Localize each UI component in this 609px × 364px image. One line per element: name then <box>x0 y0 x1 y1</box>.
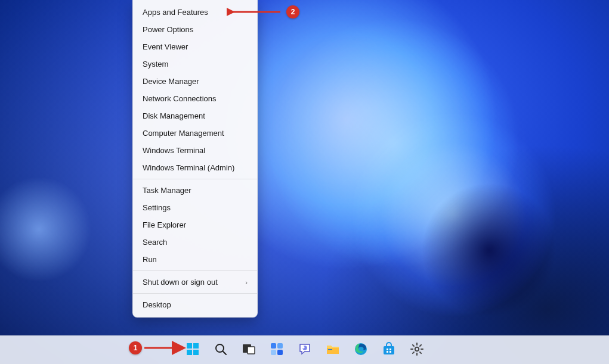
taskbar-task-view-button[interactable] <box>237 338 261 362</box>
svg-rect-22 <box>389 351 391 353</box>
search-icon <box>214 342 228 359</box>
store-icon <box>382 342 396 359</box>
start-icon <box>186 342 200 359</box>
svg-rect-2 <box>193 343 199 349</box>
taskbar-widgets-button[interactable] <box>265 338 289 362</box>
menu-item-label: Event Viewer <box>143 42 188 51</box>
winx-menu: Apps and FeaturesPower OptionsEvent View… <box>132 0 258 318</box>
menu-item-computer-management[interactable]: Computer Management <box>133 125 257 142</box>
menu-item-task-manager[interactable]: Task Manager <box>133 182 257 199</box>
settings-icon <box>410 342 424 359</box>
menu-item-label: Settings <box>143 203 171 212</box>
svg-point-23 <box>415 347 418 350</box>
menu-item-windows-terminal[interactable]: Windows Terminal <box>133 142 257 159</box>
taskbar-edge-button[interactable] <box>349 338 373 362</box>
svg-point-14 <box>302 346 304 349</box>
chevron-right-icon: › <box>245 279 248 286</box>
menu-item-label: Apps and Features <box>143 8 208 17</box>
menu-item-label: Task Manager <box>143 186 191 195</box>
svg-rect-1 <box>187 343 192 349</box>
menu-item-label: Disk Management <box>143 111 205 120</box>
svg-rect-19 <box>387 349 388 350</box>
edge-icon <box>354 342 368 359</box>
taskbar-search-button[interactable] <box>209 338 233 362</box>
task-view-icon <box>242 342 256 359</box>
menu-item-label: Search <box>143 238 167 247</box>
menu-item-power-options[interactable]: Power Options <box>133 21 257 38</box>
svg-rect-8 <box>248 347 255 354</box>
menu-item-label: Computer Management <box>143 129 224 138</box>
svg-rect-15 <box>327 348 339 354</box>
svg-line-6 <box>222 351 226 354</box>
menu-item-settings[interactable]: Settings <box>133 199 257 216</box>
menu-item-label: Device Manager <box>143 77 199 86</box>
menu-item-shut-down-or-sign-out[interactable]: Shut down or sign out› <box>133 273 257 291</box>
menu-item-event-viewer[interactable]: Event Viewer <box>133 38 257 55</box>
menu-item-label: Desktop <box>143 300 171 309</box>
svg-rect-11 <box>271 350 276 355</box>
chat-icon <box>298 342 312 359</box>
file-explorer-icon <box>326 342 340 359</box>
menu-item-system[interactable]: System <box>133 55 257 73</box>
taskbar-file-explorer-button[interactable] <box>321 338 345 362</box>
menu-item-file-explorer[interactable]: File Explorer <box>133 216 257 234</box>
menu-item-label: System <box>143 60 168 69</box>
menu-item-run[interactable]: Run <box>133 251 257 268</box>
taskbar-chat-button[interactable] <box>293 338 317 362</box>
svg-rect-9 <box>271 343 276 349</box>
svg-rect-16 <box>328 349 332 350</box>
svg-rect-21 <box>387 351 388 353</box>
menu-item-windows-terminal-admin[interactable]: Windows Terminal (Admin) <box>133 159 257 176</box>
desktop-wallpaper <box>0 0 609 364</box>
taskbar-settings-button[interactable] <box>405 338 429 362</box>
menu-item-device-manager[interactable]: Device Manager <box>133 73 257 90</box>
svg-rect-12 <box>277 350 283 355</box>
menu-item-disk-management[interactable]: Disk Management <box>133 107 257 125</box>
taskbar-store-button[interactable] <box>377 338 401 362</box>
svg-rect-4 <box>193 350 199 355</box>
svg-rect-18 <box>384 346 394 354</box>
menu-item-search[interactable]: Search <box>133 234 257 251</box>
widgets-icon <box>270 342 284 359</box>
menu-item-label: Windows Terminal (Admin) <box>143 163 234 172</box>
menu-item-apps-and-features[interactable]: Apps and Features <box>133 4 257 21</box>
menu-item-label: Run <box>143 255 157 264</box>
taskbar <box>0 335 609 364</box>
menu-item-label: Shut down or sign out <box>143 278 218 287</box>
menu-item-label: Power Options <box>143 25 193 34</box>
menu-item-network-connections[interactable]: Network Connections <box>133 90 257 107</box>
taskbar-start-button[interactable] <box>181 338 205 362</box>
svg-rect-20 <box>389 349 391 350</box>
menu-item-label: Network Connections <box>143 94 217 103</box>
svg-rect-3 <box>187 350 192 355</box>
menu-item-label: Windows Terminal <box>143 146 205 155</box>
menu-separator <box>133 179 257 179</box>
menu-item-label: File Explorer <box>143 220 186 229</box>
menu-item-desktop[interactable]: Desktop <box>133 296 257 313</box>
menu-separator <box>133 270 257 271</box>
svg-rect-10 <box>277 343 283 349</box>
menu-separator <box>133 293 257 294</box>
